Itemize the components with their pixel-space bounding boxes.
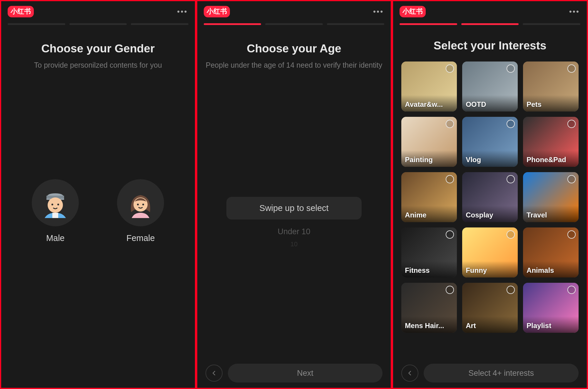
progress-indicator <box>1 19 195 25</box>
chevron-left-icon <box>407 370 413 376</box>
interest-label: Fitness <box>405 266 453 275</box>
topbar: 小红书 ••• <box>1 1 195 19</box>
progress-indicator <box>393 19 587 25</box>
interest-label: Art <box>466 322 514 330</box>
page-title: Choose your Age <box>197 42 391 55</box>
interest-label: Pets <box>527 100 575 109</box>
age-picker[interactable]: Swipe up to select Under 10 10 <box>197 197 391 248</box>
female-avatar-icon <box>117 179 164 226</box>
back-button[interactable] <box>401 365 418 382</box>
onboarding-age-screen: 小红书 ••• Choose your Age People under the… <box>196 0 392 389</box>
age-picker-option[interactable]: 10 <box>290 240 298 248</box>
progress-step-2 <box>265 23 323 25</box>
interest-tile[interactable]: Anime <box>401 172 457 222</box>
page-title: Choose your Gender <box>1 42 195 55</box>
age-picker-option[interactable]: Under 10 <box>278 227 310 236</box>
more-icon[interactable]: ••• <box>177 7 188 16</box>
male-avatar-icon <box>32 179 79 226</box>
progress-indicator <box>197 19 391 25</box>
interest-label: Cosplay <box>466 211 514 219</box>
checkbox-icon[interactable] <box>446 286 454 294</box>
app-logo: 小红书 <box>8 6 34 17</box>
heading: Select your Interests <box>393 25 587 52</box>
checkbox-icon[interactable] <box>507 64 515 73</box>
interests-scroll[interactable]: Avatar&w...OOTDPetsPaintingVlogPhone&Pad… <box>393 54 587 337</box>
checkbox-icon[interactable] <box>507 120 515 128</box>
back-button[interactable] <box>206 365 223 382</box>
progress-step-2 <box>461 23 519 25</box>
progress-step-3 <box>327 23 385 25</box>
checkbox-icon[interactable] <box>567 286 576 294</box>
checkbox-icon[interactable] <box>567 120 576 128</box>
interest-tile[interactable]: Phone&Pad <box>523 117 579 167</box>
onboarding-gender-screen: 小红书 ••• Choose your Gender To provide pe… <box>0 0 196 389</box>
interest-tile[interactable]: Pets <box>523 61 579 112</box>
checkbox-icon[interactable] <box>507 175 515 183</box>
app-logo: 小红书 <box>400 6 426 17</box>
checkbox-icon[interactable] <box>446 230 454 239</box>
interest-label: Avatar&w... <box>405 100 453 109</box>
interest-label: OOTD <box>466 100 514 109</box>
select-interests-button[interactable]: Select 4+ interests <box>424 364 579 383</box>
interest-tile[interactable]: Funny <box>462 227 518 277</box>
progress-step-1 <box>204 23 261 25</box>
page-subtitle: People under the age of 14 need to verif… <box>197 60 391 70</box>
gender-option-male[interactable]: Male <box>32 179 79 243</box>
checkbox-icon[interactable] <box>567 64 576 73</box>
gender-option-female[interactable]: Female <box>117 179 164 243</box>
interest-tile[interactable]: Painting <box>401 117 457 167</box>
interest-tile[interactable]: Travel <box>523 172 579 222</box>
progress-step-3 <box>131 23 188 25</box>
checkbox-icon[interactable] <box>507 230 515 239</box>
interest-label: Travel <box>527 211 575 219</box>
interest-label: Animals <box>527 266 575 275</box>
progress-step-1 <box>8 23 65 25</box>
interests-grid: Avatar&w...OOTDPetsPaintingVlogPhone&Pad… <box>401 61 579 337</box>
more-icon[interactable]: ••• <box>569 7 580 16</box>
interest-label: Mens Hair... <box>405 322 453 330</box>
checkbox-icon[interactable] <box>446 175 454 183</box>
next-button[interactable]: Next <box>228 364 383 383</box>
svg-rect-4 <box>52 213 58 218</box>
interest-tile[interactable]: Avatar&w... <box>401 61 457 112</box>
svg-point-3 <box>57 204 59 205</box>
onboarding-interests-screen: 小红书 ••• Select your Interests Avatar&w..… <box>392 0 588 389</box>
heading: Choose your Gender To provide personilze… <box>1 25 195 70</box>
progress-step-2 <box>69 23 127 25</box>
svg-point-6 <box>137 204 139 205</box>
checkbox-icon[interactable] <box>446 120 454 128</box>
gender-label-male: Male <box>46 233 65 243</box>
more-icon[interactable]: ••• <box>373 7 384 16</box>
interest-tile[interactable]: Vlog <box>462 117 518 167</box>
checkbox-icon[interactable] <box>567 230 576 239</box>
interest-label: Painting <box>405 156 453 164</box>
interest-tile[interactable]: Mens Hair... <box>401 283 457 333</box>
interest-tile[interactable]: Animals <box>523 227 579 277</box>
interest-label: Anime <box>405 211 453 219</box>
svg-point-7 <box>142 204 144 205</box>
checkbox-icon[interactable] <box>446 64 454 73</box>
interest-label: Vlog <box>466 156 514 164</box>
app-logo: 小红书 <box>204 6 230 17</box>
interest-tile[interactable]: Playlist <box>523 283 579 333</box>
interest-tile[interactable]: Fitness <box>401 227 457 277</box>
progress-step-1 <box>400 23 457 25</box>
bottom-bar: Next <box>197 364 391 383</box>
checkbox-icon[interactable] <box>507 286 515 294</box>
heading: Choose your Age People under the age of … <box>197 25 391 70</box>
interest-tile[interactable]: Art <box>462 283 518 333</box>
svg-point-1 <box>48 197 63 213</box>
progress-step-3 <box>523 23 580 25</box>
topbar: 小红书 ••• <box>197 1 391 19</box>
interest-label: Funny <box>466 266 514 275</box>
gender-options: Male Female <box>1 179 195 243</box>
interest-tile[interactable]: OOTD <box>462 61 518 112</box>
interest-tile[interactable]: Cosplay <box>462 172 518 222</box>
bottom-bar: Select 4+ interests <box>393 364 587 383</box>
age-picker-selected[interactable]: Swipe up to select <box>226 197 362 220</box>
checkbox-icon[interactable] <box>567 175 576 183</box>
interest-label: Phone&Pad <box>527 156 575 164</box>
chevron-left-icon <box>211 370 217 376</box>
svg-point-2 <box>51 204 53 205</box>
page-subtitle: To provide personilzed contents for you <box>1 60 195 70</box>
